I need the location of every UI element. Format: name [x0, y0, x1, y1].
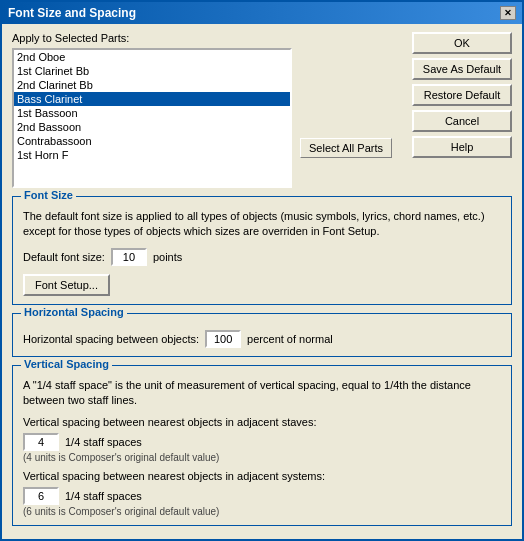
list-item[interactable]: 1st Clarinet Bb: [14, 64, 290, 78]
main-window: Font Size and Spacing ✕ Apply to Selecte…: [0, 0, 524, 541]
horizontal-spacing-unit: percent of normal: [247, 333, 333, 345]
horizontal-spacing-section: Horizontal Spacing Horizontal spacing be…: [12, 313, 512, 357]
font-size-description: The default font size is applied to all …: [23, 209, 501, 240]
systems-label: Vertical spacing between nearest objects…: [23, 470, 325, 482]
help-button[interactable]: Help: [412, 136, 512, 158]
systems-unit: 1/4 staff spaces: [65, 490, 142, 502]
save-as-default-button[interactable]: Save As Default: [412, 58, 512, 80]
list-item[interactable]: 1st Bassoon: [14, 106, 290, 120]
points-label: points: [153, 251, 182, 263]
horizontal-spacing-label: Horizontal spacing between objects:: [23, 333, 199, 345]
parts-listbox[interactable]: 2nd Oboe1st Clarinet Bb2nd Clarinet BbBa…: [12, 48, 292, 188]
ok-button[interactable]: OK: [412, 32, 512, 54]
close-button[interactable]: ✕: [500, 6, 516, 20]
title-bar-buttons: ✕: [500, 6, 516, 20]
staves-row: Vertical spacing between nearest objects…: [23, 415, 501, 463]
right-panel: OK Save As Default Restore Default Cance…: [412, 32, 512, 158]
horizontal-spacing-title: Horizontal Spacing: [21, 306, 127, 318]
list-item[interactable]: Contrabassoon: [14, 134, 290, 148]
vertical-spacing-title: Vertical Spacing: [21, 358, 112, 370]
systems-note: (6 units is Composer's original default …: [23, 506, 501, 517]
vertical-spacing-section: Vertical Spacing A "1/4 staff space" is …: [12, 365, 512, 527]
default-font-size-input[interactable]: [111, 248, 147, 266]
list-item[interactable]: 2nd Oboe: [14, 50, 290, 64]
font-size-section: Font Size The default font size is appli…: [12, 196, 512, 305]
horizontal-spacing-input[interactable]: [205, 330, 241, 348]
list-item[interactable]: 1st Horn F: [14, 148, 290, 162]
restore-default-button[interactable]: Restore Default: [412, 84, 512, 106]
list-item[interactable]: Bass Clarinet: [14, 92, 290, 106]
select-all-button[interactable]: Select All Parts: [300, 138, 392, 158]
title-bar: Font Size and Spacing ✕: [2, 2, 522, 24]
default-font-size-label: Default font size:: [23, 251, 105, 263]
systems-input[interactable]: [23, 487, 59, 505]
apply-label: Apply to Selected Parts:: [12, 32, 404, 44]
default-font-size-row: Default font size: points: [23, 248, 501, 266]
staves-note: (4 units is Composer's original default …: [23, 452, 501, 463]
cancel-button[interactable]: Cancel: [412, 110, 512, 132]
horizontal-spacing-row: Horizontal spacing between objects: perc…: [23, 330, 501, 348]
list-item[interactable]: 2nd Bassoon: [14, 120, 290, 134]
window-title: Font Size and Spacing: [8, 6, 136, 20]
staves-input[interactable]: [23, 433, 59, 451]
staves-label: Vertical spacing between nearest objects…: [23, 416, 317, 428]
font-size-title: Font Size: [21, 189, 76, 201]
vertical-spacing-description: A "1/4 staff space" is the unit of measu…: [23, 378, 501, 409]
font-setup-button[interactable]: Font Setup...: [23, 274, 110, 296]
systems-row: Vertical spacing between nearest objects…: [23, 469, 501, 517]
staves-unit: 1/4 staff spaces: [65, 436, 142, 448]
list-item[interactable]: 2nd Clarinet Bb: [14, 78, 290, 92]
